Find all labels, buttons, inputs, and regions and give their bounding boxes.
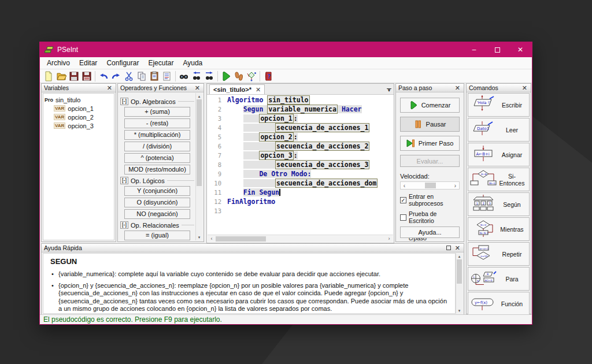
save-as-button[interactable] [80, 70, 93, 82]
operator-button[interactable]: * (multiplicación) [124, 130, 190, 140]
velocidad-slider[interactable]: ‹ › [400, 181, 460, 190]
operator-button[interactable]: MOD (resto/modulo) [124, 165, 190, 174]
find-button[interactable] [177, 70, 190, 82]
open-file-button[interactable] [55, 70, 68, 82]
line-number: 8 [208, 160, 221, 169]
tree-item-opcion_3[interactable]: VARopcion_3 [45, 121, 113, 130]
pausar-button[interactable]: Pausar [400, 117, 460, 132]
scroll-left-icon[interactable]: ‹ [208, 236, 216, 242]
collapse-toggle-icon[interactable]: [-] [120, 221, 128, 229]
scroll-up-icon[interactable]: ▴ [456, 253, 462, 259]
paso-ayuda-button[interactable]: Ayuda... [400, 226, 460, 238]
placeholder-token[interactable]: secuencia_de_acciones_2 [275, 142, 369, 151]
operator-button[interactable]: NO (negación) [124, 209, 190, 219]
placeholder-token[interactable]: secuencia_de_acciones_3 [275, 160, 369, 169]
scroll-right-icon[interactable]: › [385, 236, 393, 242]
comando-para[interactable]: 1NBAC←0Para [468, 267, 530, 291]
minimize-button[interactable]: – [462, 42, 486, 57]
comando-repetir[interactable]: x←x+1x=10Repetir [468, 242, 530, 266]
find-next-button[interactable] [203, 70, 216, 82]
step-run-button[interactable] [232, 70, 245, 82]
placeholder-token[interactable]: variable_numerica [267, 105, 338, 114]
select-all-button[interactable] [161, 70, 173, 82]
flowchart-button[interactable] [245, 70, 258, 82]
help-button[interactable]: ? [262, 70, 275, 82]
maximize-button[interactable] [486, 42, 509, 57]
placeholder-token[interactable]: opcion_1 [259, 114, 293, 123]
new-file-button[interactable] [42, 70, 55, 82]
find-prev-button[interactable] [190, 70, 203, 82]
scroll-thumb[interactable] [457, 259, 462, 284]
undo-button[interactable] [97, 70, 110, 82]
operator-button[interactable]: ^ (potencia) [124, 153, 190, 163]
placeholder-token[interactable]: secuencia_de_acciones_dom [275, 179, 378, 188]
operators-scrollbar[interactable]: ▴ ▾ [195, 93, 202, 240]
variables-close-icon[interactable]: ✕ [106, 85, 113, 91]
operators-close-icon[interactable]: ✕ [194, 85, 201, 91]
menu-ayuda[interactable]: Ayuda [178, 58, 207, 68]
placeholder-token[interactable]: opcion_2 [259, 132, 293, 142]
slider-left-icon[interactable]: ‹ [401, 183, 408, 189]
paste-button[interactable] [148, 70, 161, 82]
tab-list-dropdown-icon[interactable]: ▼ [387, 88, 391, 92]
close-button[interactable]: ✕ [509, 42, 532, 57]
checkbox-prueba-de-escritorio[interactable]: Prueba de Escritorio [400, 210, 460, 224]
evaluar-button[interactable]: Evaluar... [400, 155, 460, 167]
comando-asignar[interactable]: A←B+iAsignar [468, 143, 530, 166]
slider-thumb[interactable] [425, 183, 436, 188]
primer-paso-button[interactable]: Primer Paso [400, 136, 460, 151]
comando-escribir[interactable]: 'Hola !'Escribir [468, 93, 530, 117]
scroll-up-icon[interactable]: ▴ [196, 93, 202, 99]
checkbox-entrar-en-subprocesos[interactable]: ✓Entrar en subprocesos [400, 193, 460, 207]
comando-segun[interactable]: 123Según [468, 192, 530, 216]
paso-close-icon[interactable]: ✕ [454, 85, 461, 91]
menu-ejecutar[interactable]: Ejecutar [143, 58, 178, 68]
collapse-toggle-icon[interactable]: [-] [120, 177, 128, 184]
copy-button[interactable] [135, 70, 148, 82]
editor-hscrollbar[interactable]: ‹ › [208, 235, 393, 242]
help-float-icon[interactable] [446, 246, 451, 250]
toolbar-separator [217, 71, 218, 81]
scroll-thumb[interactable] [216, 236, 266, 242]
redo-button[interactable] [110, 70, 123, 82]
scroll-down-icon[interactable]: ▾ [456, 307, 462, 314]
tree-item-sin_titulo[interactable]: Prosin_titulo [45, 95, 113, 104]
titlebar[interactable]: PSeInt – ✕ [40, 42, 532, 57]
comenzar-button[interactable]: Comenzar [400, 98, 460, 113]
tab-sin-titulo[interactable]: <sin_titulo>* ✕ [209, 84, 265, 94]
help-close-icon[interactable]: ✕ [454, 245, 461, 251]
run-button[interactable] [220, 70, 232, 82]
checkbox-icon[interactable]: ✓ [400, 197, 406, 203]
operator-button[interactable]: Y (conjunción) [124, 186, 190, 196]
code-editor[interactable]: 1Algoritmo sin_titulo2 Segun variable_nu… [208, 95, 393, 234]
comando-leer[interactable]: Dato1Leer [468, 118, 530, 142]
checkbox-icon[interactable] [400, 214, 406, 221]
placeholder-token[interactable]: sin_titulo [267, 95, 309, 105]
editor-panel: <sin_titulo>* ✕ ▼ 1Algoritmo sin_titulo2… [206, 83, 394, 243]
comando-funcion[interactable]: y←f(x)Función [468, 292, 530, 315]
scroll-down-icon[interactable]: ▾ [196, 234, 202, 240]
scroll-thumb[interactable] [197, 99, 202, 186]
menu-editar[interactable]: Editar [75, 58, 102, 68]
collapse-toggle-icon[interactable]: [-] [120, 98, 128, 105]
operator-button[interactable]: + (suma) [124, 107, 190, 117]
cut-button[interactable] [123, 70, 135, 82]
placeholder-token[interactable]: secuencia_de_acciones_1 [275, 123, 369, 132]
slider-track[interactable] [408, 182, 452, 189]
save-button[interactable] [68, 70, 80, 82]
comando-mientras[interactable]: N>0N←N-1Mientras [468, 217, 530, 241]
tree-item-opcion_1[interactable]: VARopcion_1 [45, 104, 113, 113]
operator-button[interactable]: O (disyunción) [124, 198, 190, 207]
tab-close-icon[interactable]: ✕ [256, 86, 261, 94]
comando-si-entonces[interactable]: A>BM←0Si-Entonces [468, 168, 530, 191]
menu-archivo[interactable]: Archivo [42, 58, 75, 68]
slider-right-icon[interactable]: › [452, 183, 459, 189]
operator-button[interactable]: - (resta) [124, 118, 190, 128]
tree-item-opcion_2[interactable]: VARopcion_2 [45, 113, 113, 121]
help-scrollbar[interactable]: ▴ ▾ [456, 253, 462, 314]
comandos-close-icon[interactable]: ✕ [521, 85, 528, 91]
placeholder-token[interactable]: opcion_3 [259, 151, 293, 160]
menu-configurar[interactable]: Configurar [102, 58, 143, 68]
operator-button[interactable]: = (igual) [124, 231, 190, 240]
operator-button[interactable]: / (división) [124, 142, 190, 151]
